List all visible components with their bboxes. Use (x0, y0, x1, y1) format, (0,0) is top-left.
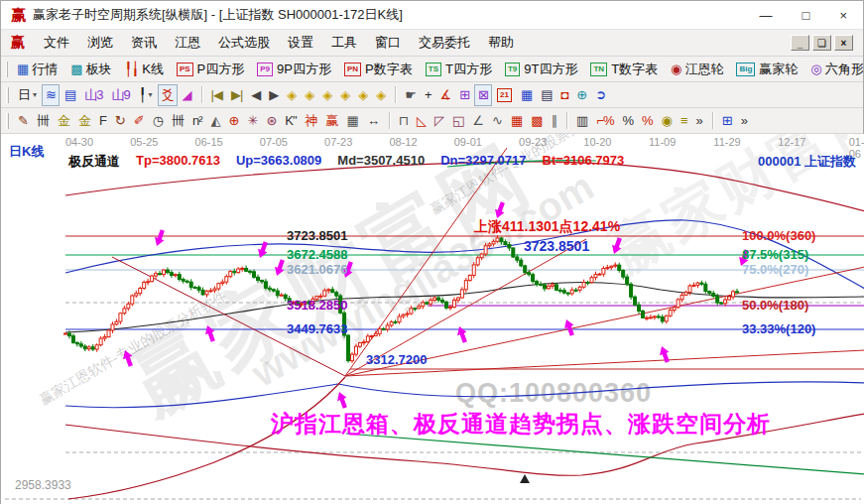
tb3-shen-comb-button[interactable]: 神 (302, 110, 321, 132)
tb3-box-handle-button[interactable]: ⊓ (395, 110, 412, 132)
tb3-k-quote-button[interactable]: K" (281, 110, 300, 132)
tb1-p-number-button[interactable]: PNP数字表 (340, 59, 417, 80)
child-restore-button[interactable]: ❏ (812, 35, 831, 51)
tb3-spiral-button[interactable]: ↻ (111, 110, 129, 132)
menu-item-window[interactable]: 窗口 (366, 31, 410, 55)
tb3-n-squared-button[interactable]: n² (188, 110, 206, 132)
tb3-angle-mirror-button[interactable]: ◭ (207, 110, 224, 132)
tb3-red-grid2-button[interactable]: ▩ (527, 110, 546, 132)
tb2-send-web-button[interactable]: ⊕ (572, 84, 590, 106)
menu-item-help[interactable]: 帮助 (479, 31, 523, 55)
child-minimize-button[interactable]: _ (791, 35, 809, 51)
tb2-single-candle-button[interactable]: ╿▾ (135, 84, 157, 106)
tb1-hexagon-button[interactable]: ◎六角形 (806, 59, 863, 80)
tb3-gold-comb2-button[interactable]: 金 (74, 110, 94, 132)
close-button[interactable]: × (839, 8, 847, 23)
tb3-comb-button[interactable]: 卌 (33, 110, 53, 132)
tb2-last-bar-button[interactable]: ▶| (227, 84, 246, 106)
tb3-parallel-lines-button[interactable]: ∥ (548, 110, 561, 132)
tb2-diamond-right-button[interactable]: ◈ (301, 84, 317, 106)
tb3-pencil-lines-button[interactable]: ∠ (468, 110, 487, 132)
tb3-gold-lines-button[interactable]: ≡ (677, 110, 691, 132)
tb2-diamond-cross-button[interactable]: ◈ (336, 84, 353, 106)
tb2-pattern-select-button[interactable]: ⊠ (474, 84, 492, 106)
tb1-p-square-button[interactable]: PSP四方形 (173, 59, 248, 80)
tb3-web-grid-button[interactable]: ⊛ (262, 110, 280, 132)
tb2-angle-tool-button[interactable]: ∡ (436, 84, 455, 106)
menu-item-browse[interactable]: 浏览 (78, 31, 122, 55)
tb1-gann-wheel-button[interactable]: ◉江恩轮 (667, 59, 727, 80)
tb3-center-grid-button[interactable]: ⊞ (718, 110, 736, 132)
tb2-candle-style-dropdown-icon[interactable]: ▾ (33, 90, 37, 99)
tb3-time-clock-button[interactable]: ◷ (149, 110, 167, 132)
tb2-trade-cart-button[interactable]: ➲ (591, 84, 609, 106)
menu-item-formula[interactable]: 公式选股 (209, 31, 279, 55)
tb2-diamond-expand-icon: ◈ (358, 88, 367, 101)
tb2-single-candle-dropdown-icon[interactable]: ▾ (149, 90, 153, 99)
menu-item-trade[interactable]: 交易委托 (410, 31, 479, 55)
tb3-gold-circle-button[interactable]: ◉ (658, 110, 676, 132)
menu-item-tools[interactable]: 工具 (322, 31, 366, 55)
maximize-button[interactable]: □ (802, 8, 810, 23)
tb3-red-grid-button[interactable]: ▦ (507, 110, 526, 132)
tb3-star-web-button[interactable]: ✳ (243, 110, 261, 132)
tb2-prev-bar-button[interactable]: ◀ (247, 84, 264, 106)
tb3-box-fan-button[interactable]: ◱ (448, 110, 467, 132)
tb3-more1-button[interactable]: » (692, 110, 706, 132)
tb2-calendar-21-button[interactable]: 21 (493, 84, 516, 106)
tb3-gold-comb1-button[interactable]: 金 (54, 110, 73, 132)
tb2-next-bar-button[interactable]: ▶ (265, 84, 282, 106)
tb3-more2-button[interactable]: » (737, 110, 751, 132)
tb3-fan-lines-button[interactable]: ◺ (413, 110, 430, 132)
tb1-t-square-button[interactable]: TST四方形 (422, 59, 496, 80)
tb3-grid-123-button[interactable]: ▦ (343, 110, 362, 132)
tb2-hand-drag-button[interactable]: ☛ (401, 84, 420, 106)
tb1-quotes-button[interactable]: ▦行情 (13, 59, 62, 80)
tb3-pen-flag-button[interactable]: ✐ (130, 110, 148, 132)
child-close-button[interactable]: × (834, 35, 853, 51)
menu-item-settings[interactable]: 设置 (279, 31, 322, 55)
menu-item-file[interactable]: 文件 (35, 31, 78, 55)
minimize-button[interactable]: — (760, 8, 773, 23)
tb2-diamond-left-button[interactable]: ◈ (283, 84, 300, 106)
tb2-calculator-button[interactable]: ▦ (517, 84, 536, 106)
tb2-bars-3-button[interactable]: 山3 (80, 84, 106, 106)
tb2-diamond-hsplit-button[interactable]: ◈ (318, 84, 335, 106)
tb3-comb2-button[interactable]: 卌 (168, 110, 187, 132)
tb3-bar-scale-button[interactable]: ▥ (572, 110, 591, 132)
tb1-p9-square-button[interactable]: P99P四方形 (253, 59, 335, 80)
tb3-target-crosshair-button[interactable]: ⊕ (225, 110, 243, 132)
tb2-diamond-expand-button[interactable]: ◈ (354, 84, 371, 106)
tb3-percent-button[interactable]: % (618, 110, 637, 132)
tb2-save-button[interactable]: ◘ (557, 84, 572, 106)
tb3-f-comb-button[interactable]: F (95, 110, 110, 132)
tb3-percent-red-button[interactable]: % (638, 110, 657, 132)
tb2-info-list-button[interactable]: ▤ (61, 84, 79, 106)
tb2-crosshair-button[interactable]: + (421, 84, 435, 106)
tb2-color-trend-button[interactable]: ◢ (179, 84, 195, 106)
tb3-percent-line-button[interactable]: ⌐% (592, 110, 617, 132)
tb3-span-arrows-button[interactable]: ↔ (363, 110, 383, 132)
tb3-pencil-lines-icon: ∠ (472, 114, 483, 127)
chart-area[interactable]: 赢家财富网 赢家财富网 www.yingjia360.com 赢家江恩软件-专业… (1, 134, 864, 504)
chart-svg[interactable]: 3723.8501100.0%(360)3672.458887.5%(315)3… (1, 134, 864, 504)
tb1-winner-wheel-button[interactable]: Big赢家轮 (732, 59, 802, 80)
menu-item-news[interactable]: 资讯 (122, 31, 166, 55)
tb2-first-bar-button[interactable]: |◀ (207, 84, 226, 106)
tb1-sectors-button[interactable]: ▩板块 (66, 59, 115, 80)
tb3-zigzag-button[interactable]: ∿ (488, 110, 506, 132)
menu-item-gann[interactable]: 江恩 (166, 31, 209, 55)
tb2-red-pattern-button[interactable]: 爻 (158, 84, 178, 106)
tb2-pattern-window-button[interactable]: ≋ (42, 84, 60, 106)
tb2-notes-button[interactable]: ▤ (537, 84, 555, 106)
tb2-candle-style-button[interactable]: 日▾ (14, 84, 41, 106)
tb3-fan-box-button[interactable]: ◸ (431, 110, 447, 132)
tb1-kline-button[interactable]: ╿╽K线 (121, 59, 168, 80)
tb1-t9-square-button[interactable]: T99T四方形 (501, 59, 582, 80)
tb3-draw-pen-button[interactable]: ✎ (14, 110, 32, 132)
tb1-t-number-button[interactable]: TNT数字表 (586, 59, 662, 80)
tb2-bars-9-button[interactable]: 山9 (107, 84, 133, 106)
tb3-ying-comb-button[interactable]: 赢 (322, 110, 342, 132)
tb2-gann-box-tool-button[interactable]: ⊞ (455, 84, 473, 106)
tb2-diamond-vexpand-button[interactable]: ◈ (372, 84, 389, 106)
